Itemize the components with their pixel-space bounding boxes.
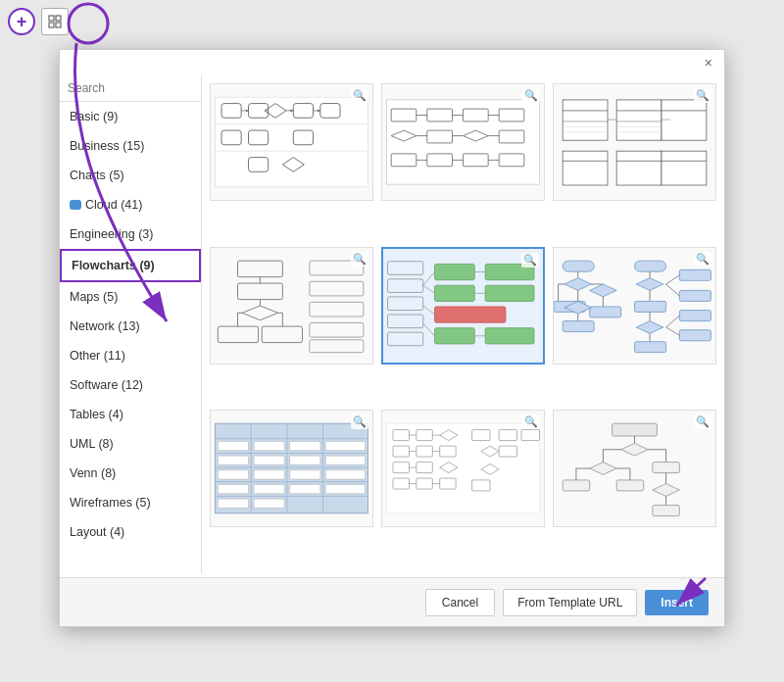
sidebar-item-venn[interactable]: Venn (8) <box>60 459 201 488</box>
svg-line-131 <box>666 316 680 327</box>
sidebar-item-other[interactable]: Other (11) <box>60 341 201 370</box>
svg-marker-192 <box>590 463 617 475</box>
template-card-5[interactable]: 🔍 <box>381 247 545 365</box>
close-button[interactable]: × <box>701 54 716 72</box>
zoom-icon-3[interactable]: 🔍 <box>694 88 711 103</box>
template-card-2[interactable]: 🔍 <box>381 83 545 201</box>
svg-rect-125 <box>679 269 710 280</box>
from-template-url-button[interactable]: From Template URL <box>503 589 637 616</box>
svg-rect-127 <box>679 310 710 320</box>
svg-marker-203 <box>653 484 680 497</box>
svg-rect-154 <box>218 485 248 494</box>
zoom-icon-6[interactable]: 🔍 <box>694 252 711 267</box>
svg-line-95 <box>423 271 435 285</box>
dialog-footer: Cancel From Template URL Insert <box>60 577 724 626</box>
svg-rect-159 <box>254 499 284 508</box>
template-card-6[interactable]: 🔍 <box>553 247 716 365</box>
sidebar-item-charts[interactable]: Charts (5) <box>60 161 201 190</box>
svg-rect-85 <box>388 297 423 311</box>
sidebar-item-business[interactable]: Business (15) <box>60 131 201 161</box>
sidebar-item-label: Maps (5) <box>70 287 118 307</box>
sidebar-item-label: Software (12) <box>70 375 143 395</box>
svg-rect-111 <box>590 307 621 317</box>
svg-rect-157 <box>325 485 365 494</box>
sidebar-item-wireframes[interactable]: Wireframes (5) <box>60 488 201 517</box>
insert-button[interactable]: Insert <box>645 590 709 615</box>
svg-rect-70 <box>218 326 258 343</box>
svg-rect-68 <box>238 283 283 300</box>
sidebar-item-label: Wireframes (5) <box>70 493 151 512</box>
svg-rect-83 <box>388 261 423 274</box>
zoom-icon-4[interactable]: 🔍 <box>351 252 368 267</box>
sidebar-item-label: Other (11) <box>70 346 125 365</box>
svg-rect-201 <box>653 463 680 473</box>
svg-rect-153 <box>325 470 365 479</box>
svg-rect-152 <box>290 470 320 479</box>
zoom-icon-8[interactable]: 🔍 <box>522 414 540 429</box>
sidebar-item-cloud[interactable]: Cloud (41) <box>60 190 201 219</box>
sidebar-item-label: Network (13) <box>70 317 140 336</box>
diagram-8 <box>382 411 544 526</box>
template-card-9[interactable]: 🔍 <box>553 410 716 527</box>
sidebar-item-label: Venn (8) <box>70 463 116 483</box>
svg-rect-124 <box>635 341 666 352</box>
svg-rect-144 <box>290 442 320 451</box>
svg-rect-187 <box>612 423 658 436</box>
search-box: 🔍 <box>60 75 201 102</box>
template-card-8[interactable]: 🔍 <box>381 410 545 527</box>
svg-rect-198 <box>616 480 644 491</box>
sidebar-item-label: Flowcharts (9) <box>72 256 155 275</box>
svg-rect-82 <box>310 339 364 352</box>
sidebar-item-network[interactable]: Network (13) <box>60 312 201 341</box>
toolbar: + <box>8 8 69 35</box>
svg-rect-116 <box>635 261 666 271</box>
svg-rect-53 <box>662 100 707 140</box>
svg-rect-205 <box>653 506 680 516</box>
sidebar-item-tables[interactable]: Tables (4) <box>60 400 201 429</box>
sidebar-item-basic[interactable]: Basic (9) <box>60 102 201 131</box>
svg-rect-90 <box>435 307 506 322</box>
template-card-7[interactable]: 🔍 <box>210 410 373 527</box>
sidebar-item-software[interactable]: Software (12) <box>60 370 201 400</box>
sidebar-item-layout[interactable]: Layout (4) <box>60 517 201 547</box>
add-button[interactable]: + <box>8 8 35 35</box>
svg-rect-195 <box>563 480 590 491</box>
template-card-1[interactable]: 🔍 <box>210 83 373 201</box>
sidebar-item-uml[interactable]: UML (8) <box>60 429 201 459</box>
svg-rect-3 <box>49 16 54 21</box>
zoom-icon-9[interactable]: 🔍 <box>694 414 711 429</box>
svg-rect-91 <box>435 327 475 343</box>
zoom-icon-5[interactable]: 🔍 <box>521 253 539 268</box>
svg-rect-102 <box>563 261 594 271</box>
svg-marker-118 <box>636 277 663 290</box>
svg-rect-50 <box>616 100 662 140</box>
sidebar-item-maps[interactable]: Maps (5) <box>60 282 201 312</box>
zoom-icon-2[interactable]: 🔍 <box>522 88 540 103</box>
svg-rect-59 <box>662 151 707 185</box>
svg-line-96 <box>423 285 435 293</box>
diagram-5 <box>383 249 543 363</box>
svg-rect-149 <box>325 456 365 464</box>
sidebar-item-engineering[interactable]: Engineering (3) <box>60 219 201 249</box>
svg-rect-79 <box>310 281 364 296</box>
template-card-3[interactable]: 🔍 <box>553 83 716 201</box>
cancel-button[interactable]: Cancel <box>425 589 495 616</box>
sidebar-item-label: Charts (5) <box>70 166 124 185</box>
svg-rect-160 <box>387 423 540 513</box>
search-input[interactable] <box>68 81 202 95</box>
svg-rect-84 <box>388 278 423 292</box>
zoom-icon-1[interactable]: 🔍 <box>351 88 368 103</box>
grid-icon <box>48 15 62 28</box>
zoom-icon-7[interactable]: 🔍 <box>351 414 368 429</box>
cloud-icon <box>70 200 81 210</box>
sidebar-item-label: Layout (4) <box>70 522 124 542</box>
sidebar-item-flowcharts[interactable]: Flowcharts (9) <box>60 249 201 282</box>
sidebar: 🔍 Basic (9) Business (15) Charts (5) Clo… <box>60 75 202 573</box>
template-card-4[interactable]: 🔍 <box>210 247 373 365</box>
grid-button[interactable] <box>41 8 69 35</box>
svg-rect-143 <box>254 442 284 451</box>
svg-rect-146 <box>218 456 248 464</box>
svg-rect-126 <box>679 290 710 301</box>
plus-icon: + <box>17 12 27 32</box>
svg-marker-189 <box>621 444 649 457</box>
